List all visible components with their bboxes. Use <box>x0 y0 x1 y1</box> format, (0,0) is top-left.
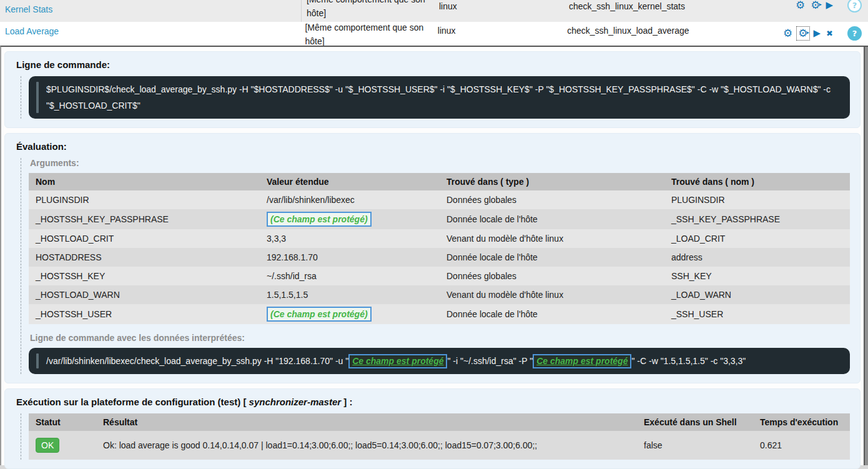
arg-nom: _HOSTSSH_KEY_PASSPHRASE <box>29 209 260 229</box>
arg-nom: _HOSTSSH_KEY <box>29 267 260 285</box>
sync-arrow-icon: ➤ <box>818 0 822 10</box>
table-header-row: Statut Résultat Exécuté dans un Shell Te… <box>29 413 850 431</box>
service-template: linux <box>434 0 564 14</box>
arg-type: Venant du modèle d'hôte linux <box>440 285 664 304</box>
arg-source: PLUGINSDIR <box>664 190 850 209</box>
arg-source: address <box>664 248 850 267</box>
panel-title: Évaluation: <box>16 141 850 152</box>
command-code-block: $PLUGINSDIR$/check_load_average_by_ssh.p… <box>29 76 850 119</box>
table-row: OK Ok: load average is good 0.14,0.14,0.… <box>29 431 850 460</box>
table-row: _HOSTSSH_KEY_PASSPHRASE (Ce champ est pr… <box>29 209 850 229</box>
service-list: Kernel Stats [Même comportement que son … <box>0 0 868 46</box>
table-header-row: Nom Valeur étendue Trouvé dans ( type ) … <box>29 173 850 190</box>
execution-time: 0.621 <box>753 431 850 460</box>
protected-field-badge: Ce champ est protégé <box>533 354 631 368</box>
panel-title: Exécution sur la plateforme de configura… <box>16 397 850 407</box>
service-row-kernel-stats: Kernel Stats [Même comportement que son … <box>0 0 868 22</box>
arg-valeur: /var/lib/shinken/libexec <box>260 190 440 209</box>
command-test-frame: Ligne de commande: $PLUGINSDIR$/check_lo… <box>0 46 868 465</box>
col-header-source: Trouvé dans ( nom ) <box>664 173 850 190</box>
table-row: HOSTADDRESS 192.168.1.70 Donnée locale d… <box>29 248 850 267</box>
col-header-temps: Temps d'exécution <box>753 413 850 431</box>
code-accent-bar <box>36 353 39 368</box>
execution-panel: Exécution sur la plateforme de configura… <box>4 388 861 469</box>
interpreted-code-block: /var/lib/shinken/libexec/check_load_aver… <box>29 348 850 374</box>
code-accent-bar <box>36 82 39 113</box>
arg-type: Donnée locale de l'hôte <box>440 209 664 229</box>
arg-nom: HOSTADDRESS <box>29 248 260 267</box>
execution-title-suffix: ] : <box>341 397 352 407</box>
command-text: $PLUGINSDIR$/check_load_average_by_ssh.p… <box>46 84 831 111</box>
col-header-nom: Nom <box>29 173 260 190</box>
close-icon[interactable]: ✖ <box>826 28 833 39</box>
arg-source: _SSH_KEY_PASSPHRASE <box>664 209 850 229</box>
arg-type: Données globales <box>440 267 664 285</box>
service-row-load-average: Load Average [Même comportement que son … <box>0 22 868 46</box>
execution-table: Statut Résultat Exécuté dans un Shell Te… <box>29 413 850 460</box>
arg-nom: PLUGINSDIR <box>29 190 260 209</box>
table-row: _HOSTLOAD_CRIT 3,3,3 Venant du modèle d'… <box>29 229 850 248</box>
service-link-kernel-stats[interactable]: Kernel Stats <box>5 4 52 14</box>
gear-icon[interactable]: ⚙ <box>796 0 805 11</box>
service-link-load-average[interactable]: Load Average <box>5 26 59 36</box>
platform-name: synchronizer-master <box>249 397 342 407</box>
col-header-resultat: Résultat <box>96 413 637 431</box>
status-badge: OK <box>36 438 59 453</box>
gear-sync-icon[interactable]: ⚙➤ <box>811 0 820 11</box>
arg-type: Venant du modèle d'hôte linux <box>440 229 664 248</box>
arg-valeur: 3,3,3 <box>260 229 440 248</box>
table-row: _HOSTLOAD_WARN 1.5,1.5,1.5 Venant du mod… <box>29 285 850 304</box>
arguments-label: Arguments: <box>30 158 850 168</box>
execution-shell: false <box>637 431 753 460</box>
protected-field-badge: Ce champ est protégé <box>348 354 447 368</box>
arg-nom: _HOSTLOAD_WARN <box>29 285 260 304</box>
execution-result: Ok: load average is good 0.14,0.14,0.07 … <box>96 431 637 460</box>
arg-nom: _HOSTSSH_USER <box>29 304 260 324</box>
arg-type: Données globales <box>440 190 664 209</box>
col-header-type: Trouvé dans ( type ) <box>440 173 664 190</box>
arg-valeur: 192.168.1.70 <box>260 248 440 267</box>
arg-valeur: ~/.ssh/id_rsa <box>260 267 440 285</box>
gear-sync-icon[interactable]: ⚙➤ <box>798 28 807 39</box>
protected-field-badge: (Ce champ est protégé) <box>267 212 372 227</box>
col-header-statut: Statut <box>29 413 96 431</box>
table-row: _HOSTSSH_USER (Ce champ est protégé) Don… <box>29 304 850 324</box>
interpreted-part1: /var/lib/shinken/libexec/check_load_aver… <box>46 356 348 366</box>
interpreted-command-label: Ligne de commande avec les données inter… <box>30 333 850 343</box>
arg-source: SSH_KEY <box>664 267 850 285</box>
arg-type: Donnée locale de l'hôte <box>440 248 664 267</box>
sync-arrow-icon: ➤ <box>806 27 810 38</box>
arg-type: Donnée locale de l'hôte <box>440 304 664 324</box>
interpreted-part3: " -C -w "1.5,1.5,1.5" -c "3,3,3" <box>631 356 746 366</box>
table-row: _HOSTSSH_KEY ~/.ssh/id_rsa Données globa… <box>29 267 850 285</box>
panel-title: Ligne de commande: <box>16 59 850 70</box>
arg-source: _SSH_USER <box>664 304 850 324</box>
arg-source: _LOAD_CRIT <box>664 229 850 248</box>
arg-source: _LOAD_WARN <box>664 285 850 304</box>
command-line-panel: Ligne de commande: $PLUGINSDIR$/check_lo… <box>4 51 861 128</box>
scrollbar[interactable] <box>864 47 868 465</box>
service-check-command: check_ssh_linux_kernel_stats <box>564 0 781 14</box>
arguments-table: Nom Valeur étendue Trouvé dans ( type ) … <box>29 173 850 324</box>
service-template: linux <box>433 22 562 38</box>
table-row: PLUGINSDIR /var/lib/shinken/libexec Donn… <box>29 190 850 209</box>
col-header-valeur: Valeur étendue <box>260 173 440 190</box>
interpreted-part2: " -i "~/.ssh/id_rsa" -P " <box>447 356 533 366</box>
execution-title-prefix: Exécution sur la plateforme de configura… <box>16 397 249 407</box>
help-icon[interactable]: ? <box>847 26 862 41</box>
col-header-shell: Exécuté dans un Shell <box>637 413 753 431</box>
help-icon[interactable]: ? <box>847 0 862 12</box>
arg-nom: _HOSTLOAD_CRIT <box>29 229 260 248</box>
service-behavior: [Même comportement que son hôte] <box>301 0 434 22</box>
evaluation-panel: Évaluation: Arguments: Nom Valeur étendu… <box>4 133 861 383</box>
play-icon[interactable]: ▶ <box>826 0 833 11</box>
arg-valeur: 1.5,1.5,1.5 <box>260 285 440 304</box>
gear-icon[interactable]: ⚙ <box>783 28 792 39</box>
play-icon[interactable]: ▶ <box>814 28 821 39</box>
service-behavior: [Même comportement que son hôte] <box>300 22 432 46</box>
service-check-command: check_ssh_linux_load_average <box>562 22 778 38</box>
protected-field-badge: (Ce champ est protégé) <box>267 307 372 322</box>
